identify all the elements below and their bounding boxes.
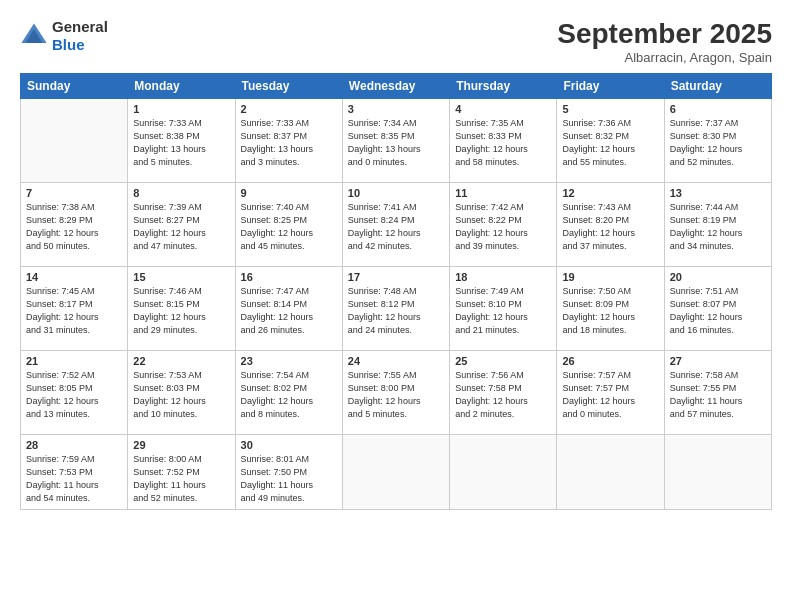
day-info: Sunrise: 7:36 AM Sunset: 8:32 PM Dayligh…	[562, 117, 658, 169]
calendar-cell: 25Sunrise: 7:56 AM Sunset: 7:58 PM Dayli…	[450, 351, 557, 435]
day-info: Sunrise: 7:40 AM Sunset: 8:25 PM Dayligh…	[241, 201, 337, 253]
day-info: Sunrise: 7:39 AM Sunset: 8:27 PM Dayligh…	[133, 201, 229, 253]
day-info: Sunrise: 7:37 AM Sunset: 8:30 PM Dayligh…	[670, 117, 766, 169]
calendar-cell	[21, 99, 128, 183]
day-info: Sunrise: 7:59 AM Sunset: 7:53 PM Dayligh…	[26, 453, 122, 505]
day-info: Sunrise: 7:58 AM Sunset: 7:55 PM Dayligh…	[670, 369, 766, 421]
day-info: Sunrise: 7:38 AM Sunset: 8:29 PM Dayligh…	[26, 201, 122, 253]
header-wednesday: Wednesday	[342, 74, 449, 99]
day-number: 8	[133, 187, 229, 199]
day-number: 20	[670, 271, 766, 283]
header-saturday: Saturday	[664, 74, 771, 99]
day-info: Sunrise: 7:55 AM Sunset: 8:00 PM Dayligh…	[348, 369, 444, 421]
calendar-cell: 23Sunrise: 7:54 AM Sunset: 8:02 PM Dayli…	[235, 351, 342, 435]
day-info: Sunrise: 7:52 AM Sunset: 8:05 PM Dayligh…	[26, 369, 122, 421]
header-friday: Friday	[557, 74, 664, 99]
day-number: 22	[133, 355, 229, 367]
day-number: 30	[241, 439, 337, 451]
calendar-cell: 29Sunrise: 8:00 AM Sunset: 7:52 PM Dayli…	[128, 435, 235, 510]
logo-icon	[20, 22, 48, 50]
calendar-cell: 14Sunrise: 7:45 AM Sunset: 8:17 PM Dayli…	[21, 267, 128, 351]
calendar-cell	[342, 435, 449, 510]
day-info: Sunrise: 7:43 AM Sunset: 8:20 PM Dayligh…	[562, 201, 658, 253]
day-info: Sunrise: 7:53 AM Sunset: 8:03 PM Dayligh…	[133, 369, 229, 421]
day-info: Sunrise: 7:34 AM Sunset: 8:35 PM Dayligh…	[348, 117, 444, 169]
day-number: 1	[133, 103, 229, 115]
day-info: Sunrise: 7:45 AM Sunset: 8:17 PM Dayligh…	[26, 285, 122, 337]
calendar-cell: 15Sunrise: 7:46 AM Sunset: 8:15 PM Dayli…	[128, 267, 235, 351]
day-info: Sunrise: 7:44 AM Sunset: 8:19 PM Dayligh…	[670, 201, 766, 253]
calendar-cell: 3Sunrise: 7:34 AM Sunset: 8:35 PM Daylig…	[342, 99, 449, 183]
calendar-cell: 24Sunrise: 7:55 AM Sunset: 8:00 PM Dayli…	[342, 351, 449, 435]
calendar-cell: 17Sunrise: 7:48 AM Sunset: 8:12 PM Dayli…	[342, 267, 449, 351]
day-number: 28	[26, 439, 122, 451]
day-number: 5	[562, 103, 658, 115]
calendar-cell	[450, 435, 557, 510]
calendar-table: Sunday Monday Tuesday Wednesday Thursday…	[20, 73, 772, 510]
logo-general: General	[52, 18, 108, 35]
header-sunday: Sunday	[21, 74, 128, 99]
header: General Blue September 2025 Albarracin, …	[20, 18, 772, 65]
day-info: Sunrise: 7:49 AM Sunset: 8:10 PM Dayligh…	[455, 285, 551, 337]
day-info: Sunrise: 8:00 AM Sunset: 7:52 PM Dayligh…	[133, 453, 229, 505]
day-number: 2	[241, 103, 337, 115]
calendar-cell: 5Sunrise: 7:36 AM Sunset: 8:32 PM Daylig…	[557, 99, 664, 183]
calendar-cell: 13Sunrise: 7:44 AM Sunset: 8:19 PM Dayli…	[664, 183, 771, 267]
calendar-cell: 9Sunrise: 7:40 AM Sunset: 8:25 PM Daylig…	[235, 183, 342, 267]
day-number: 24	[348, 355, 444, 367]
calendar-cell: 7Sunrise: 7:38 AM Sunset: 8:29 PM Daylig…	[21, 183, 128, 267]
day-number: 13	[670, 187, 766, 199]
logo-text: General Blue	[52, 18, 108, 54]
calendar-cell: 20Sunrise: 7:51 AM Sunset: 8:07 PM Dayli…	[664, 267, 771, 351]
day-number: 25	[455, 355, 551, 367]
day-info: Sunrise: 8:01 AM Sunset: 7:50 PM Dayligh…	[241, 453, 337, 505]
day-info: Sunrise: 7:54 AM Sunset: 8:02 PM Dayligh…	[241, 369, 337, 421]
calendar-cell: 26Sunrise: 7:57 AM Sunset: 7:57 PM Dayli…	[557, 351, 664, 435]
calendar-cell: 28Sunrise: 7:59 AM Sunset: 7:53 PM Dayli…	[21, 435, 128, 510]
day-info: Sunrise: 7:42 AM Sunset: 8:22 PM Dayligh…	[455, 201, 551, 253]
calendar-cell: 11Sunrise: 7:42 AM Sunset: 8:22 PM Dayli…	[450, 183, 557, 267]
day-number: 21	[26, 355, 122, 367]
day-number: 26	[562, 355, 658, 367]
weekday-header-row: Sunday Monday Tuesday Wednesday Thursday…	[21, 74, 772, 99]
month-year: September 2025	[557, 18, 772, 50]
calendar-cell: 18Sunrise: 7:49 AM Sunset: 8:10 PM Dayli…	[450, 267, 557, 351]
day-number: 14	[26, 271, 122, 283]
day-info: Sunrise: 7:56 AM Sunset: 7:58 PM Dayligh…	[455, 369, 551, 421]
day-number: 10	[348, 187, 444, 199]
day-info: Sunrise: 7:41 AM Sunset: 8:24 PM Dayligh…	[348, 201, 444, 253]
day-number: 19	[562, 271, 658, 283]
calendar-cell: 21Sunrise: 7:52 AM Sunset: 8:05 PM Dayli…	[21, 351, 128, 435]
header-tuesday: Tuesday	[235, 74, 342, 99]
header-thursday: Thursday	[450, 74, 557, 99]
day-info: Sunrise: 7:46 AM Sunset: 8:15 PM Dayligh…	[133, 285, 229, 337]
calendar-cell: 2Sunrise: 7:33 AM Sunset: 8:37 PM Daylig…	[235, 99, 342, 183]
calendar-cell: 10Sunrise: 7:41 AM Sunset: 8:24 PM Dayli…	[342, 183, 449, 267]
day-number: 18	[455, 271, 551, 283]
day-info: Sunrise: 7:50 AM Sunset: 8:09 PM Dayligh…	[562, 285, 658, 337]
calendar-cell: 19Sunrise: 7:50 AM Sunset: 8:09 PM Dayli…	[557, 267, 664, 351]
day-number: 15	[133, 271, 229, 283]
calendar-cell: 1Sunrise: 7:33 AM Sunset: 8:38 PM Daylig…	[128, 99, 235, 183]
logo: General Blue	[20, 18, 108, 54]
calendar-cell: 4Sunrise: 7:35 AM Sunset: 8:33 PM Daylig…	[450, 99, 557, 183]
location: Albarracin, Aragon, Spain	[557, 50, 772, 65]
day-info: Sunrise: 7:33 AM Sunset: 8:38 PM Dayligh…	[133, 117, 229, 169]
day-info: Sunrise: 7:35 AM Sunset: 8:33 PM Dayligh…	[455, 117, 551, 169]
day-number: 27	[670, 355, 766, 367]
day-number: 12	[562, 187, 658, 199]
header-monday: Monday	[128, 74, 235, 99]
day-number: 3	[348, 103, 444, 115]
calendar-cell: 12Sunrise: 7:43 AM Sunset: 8:20 PM Dayli…	[557, 183, 664, 267]
calendar-cell: 8Sunrise: 7:39 AM Sunset: 8:27 PM Daylig…	[128, 183, 235, 267]
day-number: 29	[133, 439, 229, 451]
day-number: 6	[670, 103, 766, 115]
day-info: Sunrise: 7:47 AM Sunset: 8:14 PM Dayligh…	[241, 285, 337, 337]
day-info: Sunrise: 7:51 AM Sunset: 8:07 PM Dayligh…	[670, 285, 766, 337]
day-number: 11	[455, 187, 551, 199]
calendar-cell: 22Sunrise: 7:53 AM Sunset: 8:03 PM Dayli…	[128, 351, 235, 435]
day-number: 16	[241, 271, 337, 283]
day-number: 7	[26, 187, 122, 199]
logo-blue: Blue	[52, 36, 85, 53]
day-number: 4	[455, 103, 551, 115]
